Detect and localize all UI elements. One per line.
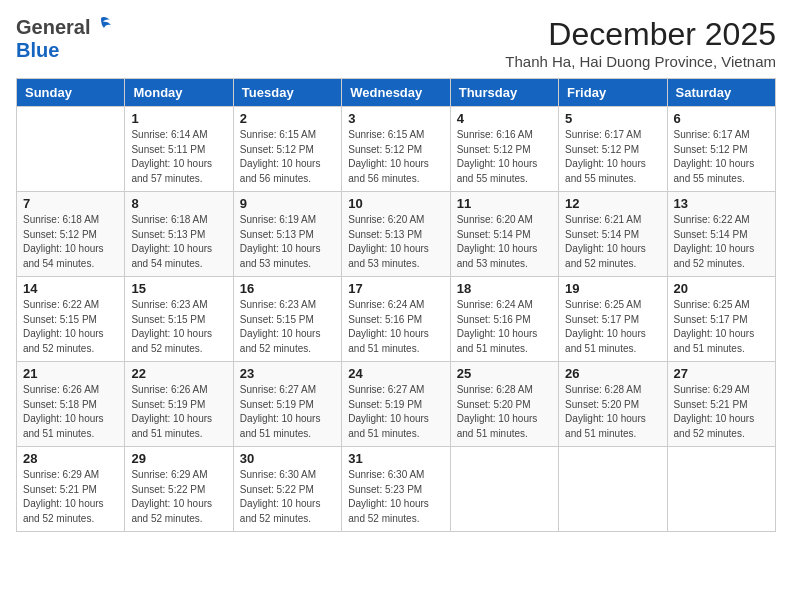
- day-number: 6: [674, 111, 769, 126]
- day-info: Sunrise: 6:14 AMSunset: 5:11 PMDaylight:…: [131, 128, 226, 186]
- day-number: 5: [565, 111, 660, 126]
- day-info: Sunrise: 6:22 AMSunset: 5:15 PMDaylight:…: [23, 298, 118, 356]
- calendar-day-cell: 20Sunrise: 6:25 AMSunset: 5:17 PMDayligh…: [667, 277, 775, 362]
- day-info: Sunrise: 6:26 AMSunset: 5:19 PMDaylight:…: [131, 383, 226, 441]
- day-number: 3: [348, 111, 443, 126]
- logo-blue-text: Blue: [16, 39, 59, 61]
- day-number: 2: [240, 111, 335, 126]
- day-info: Sunrise: 6:27 AMSunset: 5:19 PMDaylight:…: [348, 383, 443, 441]
- calendar-week-row: 14Sunrise: 6:22 AMSunset: 5:15 PMDayligh…: [17, 277, 776, 362]
- calendar-day-cell: 29Sunrise: 6:29 AMSunset: 5:22 PMDayligh…: [125, 447, 233, 532]
- day-info: Sunrise: 6:15 AMSunset: 5:12 PMDaylight:…: [240, 128, 335, 186]
- day-number: 23: [240, 366, 335, 381]
- calendar-day-cell: 10Sunrise: 6:20 AMSunset: 5:13 PMDayligh…: [342, 192, 450, 277]
- day-number: 4: [457, 111, 552, 126]
- calendar-day-cell: 3Sunrise: 6:15 AMSunset: 5:12 PMDaylight…: [342, 107, 450, 192]
- day-number: 9: [240, 196, 335, 211]
- calendar-day-cell: 19Sunrise: 6:25 AMSunset: 5:17 PMDayligh…: [559, 277, 667, 362]
- day-info: Sunrise: 6:18 AMSunset: 5:12 PMDaylight:…: [23, 213, 118, 271]
- calendar-day-cell: 2Sunrise: 6:15 AMSunset: 5:12 PMDaylight…: [233, 107, 341, 192]
- day-info: Sunrise: 6:17 AMSunset: 5:12 PMDaylight:…: [674, 128, 769, 186]
- calendar-day-cell: 22Sunrise: 6:26 AMSunset: 5:19 PMDayligh…: [125, 362, 233, 447]
- day-info: Sunrise: 6:26 AMSunset: 5:18 PMDaylight:…: [23, 383, 118, 441]
- day-info: Sunrise: 6:25 AMSunset: 5:17 PMDaylight:…: [565, 298, 660, 356]
- calendar-day-cell: [17, 107, 125, 192]
- day-info: Sunrise: 6:15 AMSunset: 5:12 PMDaylight:…: [348, 128, 443, 186]
- day-info: Sunrise: 6:30 AMSunset: 5:22 PMDaylight:…: [240, 468, 335, 526]
- day-of-week-header: Thursday: [450, 79, 558, 107]
- day-of-week-header: Monday: [125, 79, 233, 107]
- day-info: Sunrise: 6:29 AMSunset: 5:21 PMDaylight:…: [674, 383, 769, 441]
- page-header: General Blue December 2025 Thanh Ha, Hai…: [16, 16, 776, 70]
- day-info: Sunrise: 6:23 AMSunset: 5:15 PMDaylight:…: [240, 298, 335, 356]
- day-info: Sunrise: 6:20 AMSunset: 5:14 PMDaylight:…: [457, 213, 552, 271]
- calendar-day-cell: 4Sunrise: 6:16 AMSunset: 5:12 PMDaylight…: [450, 107, 558, 192]
- calendar-day-cell: 27Sunrise: 6:29 AMSunset: 5:21 PMDayligh…: [667, 362, 775, 447]
- day-number: 14: [23, 281, 118, 296]
- day-of-week-header: Friday: [559, 79, 667, 107]
- day-number: 21: [23, 366, 118, 381]
- day-number: 25: [457, 366, 552, 381]
- day-info: Sunrise: 6:21 AMSunset: 5:14 PMDaylight:…: [565, 213, 660, 271]
- day-info: Sunrise: 6:24 AMSunset: 5:16 PMDaylight:…: [348, 298, 443, 356]
- calendar-week-row: 21Sunrise: 6:26 AMSunset: 5:18 PMDayligh…: [17, 362, 776, 447]
- day-info: Sunrise: 6:30 AMSunset: 5:23 PMDaylight:…: [348, 468, 443, 526]
- day-number: 31: [348, 451, 443, 466]
- day-number: 26: [565, 366, 660, 381]
- logo-bird-icon: [90, 15, 112, 37]
- calendar-day-cell: 16Sunrise: 6:23 AMSunset: 5:15 PMDayligh…: [233, 277, 341, 362]
- calendar-week-row: 7Sunrise: 6:18 AMSunset: 5:12 PMDaylight…: [17, 192, 776, 277]
- day-number: 22: [131, 366, 226, 381]
- calendar-day-cell: 11Sunrise: 6:20 AMSunset: 5:14 PMDayligh…: [450, 192, 558, 277]
- day-number: 7: [23, 196, 118, 211]
- day-info: Sunrise: 6:28 AMSunset: 5:20 PMDaylight:…: [457, 383, 552, 441]
- day-number: 30: [240, 451, 335, 466]
- calendar-day-cell: [667, 447, 775, 532]
- day-number: 27: [674, 366, 769, 381]
- day-info: Sunrise: 6:25 AMSunset: 5:17 PMDaylight:…: [674, 298, 769, 356]
- calendar-day-cell: 7Sunrise: 6:18 AMSunset: 5:12 PMDaylight…: [17, 192, 125, 277]
- day-info: Sunrise: 6:16 AMSunset: 5:12 PMDaylight:…: [457, 128, 552, 186]
- calendar-day-cell: 15Sunrise: 6:23 AMSunset: 5:15 PMDayligh…: [125, 277, 233, 362]
- calendar-day-cell: 13Sunrise: 6:22 AMSunset: 5:14 PMDayligh…: [667, 192, 775, 277]
- day-number: 15: [131, 281, 226, 296]
- calendar-day-cell: 12Sunrise: 6:21 AMSunset: 5:14 PMDayligh…: [559, 192, 667, 277]
- calendar-day-cell: 25Sunrise: 6:28 AMSunset: 5:20 PMDayligh…: [450, 362, 558, 447]
- calendar-day-cell: 9Sunrise: 6:19 AMSunset: 5:13 PMDaylight…: [233, 192, 341, 277]
- day-of-week-header: Sunday: [17, 79, 125, 107]
- calendar-day-cell: [450, 447, 558, 532]
- calendar-day-cell: 28Sunrise: 6:29 AMSunset: 5:21 PMDayligh…: [17, 447, 125, 532]
- day-number: 24: [348, 366, 443, 381]
- day-info: Sunrise: 6:29 AMSunset: 5:22 PMDaylight:…: [131, 468, 226, 526]
- calendar-day-cell: 18Sunrise: 6:24 AMSunset: 5:16 PMDayligh…: [450, 277, 558, 362]
- calendar-header-row: SundayMondayTuesdayWednesdayThursdayFrid…: [17, 79, 776, 107]
- day-number: 10: [348, 196, 443, 211]
- day-number: 13: [674, 196, 769, 211]
- calendar-day-cell: 1Sunrise: 6:14 AMSunset: 5:11 PMDaylight…: [125, 107, 233, 192]
- calendar-day-cell: 26Sunrise: 6:28 AMSunset: 5:20 PMDayligh…: [559, 362, 667, 447]
- calendar-day-cell: 6Sunrise: 6:17 AMSunset: 5:12 PMDaylight…: [667, 107, 775, 192]
- calendar-week-row: 1Sunrise: 6:14 AMSunset: 5:11 PMDaylight…: [17, 107, 776, 192]
- day-info: Sunrise: 6:24 AMSunset: 5:16 PMDaylight:…: [457, 298, 552, 356]
- day-of-week-header: Wednesday: [342, 79, 450, 107]
- day-number: 28: [23, 451, 118, 466]
- calendar-table: SundayMondayTuesdayWednesdayThursdayFrid…: [16, 78, 776, 532]
- day-info: Sunrise: 6:18 AMSunset: 5:13 PMDaylight:…: [131, 213, 226, 271]
- day-info: Sunrise: 6:17 AMSunset: 5:12 PMDaylight:…: [565, 128, 660, 186]
- day-info: Sunrise: 6:23 AMSunset: 5:15 PMDaylight:…: [131, 298, 226, 356]
- calendar-day-cell: 8Sunrise: 6:18 AMSunset: 5:13 PMDaylight…: [125, 192, 233, 277]
- day-number: 12: [565, 196, 660, 211]
- location-subtitle: Thanh Ha, Hai Duong Province, Vietnam: [505, 53, 776, 70]
- day-number: 20: [674, 281, 769, 296]
- day-number: 1: [131, 111, 226, 126]
- day-number: 17: [348, 281, 443, 296]
- day-number: 8: [131, 196, 226, 211]
- month-title: December 2025: [505, 16, 776, 53]
- day-number: 16: [240, 281, 335, 296]
- calendar-week-row: 28Sunrise: 6:29 AMSunset: 5:21 PMDayligh…: [17, 447, 776, 532]
- calendar-day-cell: 17Sunrise: 6:24 AMSunset: 5:16 PMDayligh…: [342, 277, 450, 362]
- day-number: 18: [457, 281, 552, 296]
- day-info: Sunrise: 6:27 AMSunset: 5:19 PMDaylight:…: [240, 383, 335, 441]
- day-number: 19: [565, 281, 660, 296]
- calendar-day-cell: [559, 447, 667, 532]
